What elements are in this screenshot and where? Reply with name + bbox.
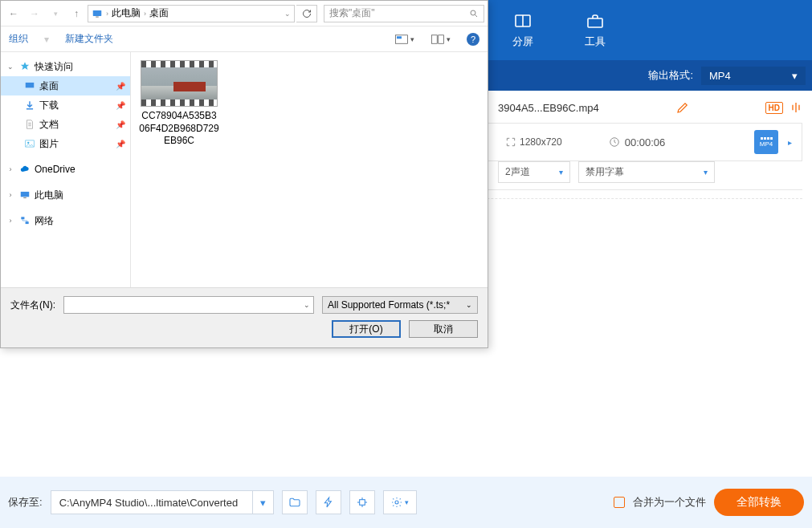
output-format-value: MP4	[709, 70, 731, 82]
monitor-icon	[92, 8, 103, 19]
open-folder-button[interactable]	[282, 490, 308, 514]
output-format-label: 输出格式:	[648, 68, 693, 83]
star-icon	[18, 60, 31, 73]
help-button[interactable]: ?	[467, 33, 479, 46]
hw-accel-button[interactable]	[316, 490, 341, 514]
monitor-icon	[18, 189, 31, 201]
address-bar[interactable]: › 此电脑 › 桌面 ⌄	[88, 5, 295, 22]
tree-pictures[interactable]: 图片 📌	[1, 134, 130, 153]
duration-value: 00:00:06	[625, 136, 666, 148]
svg-line-16	[475, 14, 478, 17]
tree-thispc[interactable]: › 此电脑	[1, 185, 130, 205]
tree-onedrive[interactable]: › OneDrive	[1, 160, 130, 179]
breadcrumb-desktop[interactable]: 桌面	[149, 6, 169, 20]
merge-label: 合并为一个文件	[633, 495, 706, 510]
open-button[interactable]: 打开(O)	[332, 320, 401, 338]
search-icon	[469, 9, 479, 18]
cloud-icon	[18, 163, 31, 176]
tree-downloads[interactable]: 下载 📌	[1, 95, 130, 115]
svg-rect-29	[21, 217, 24, 219]
svg-rect-20	[439, 35, 444, 43]
edit-name-button[interactable]	[675, 100, 690, 115]
organize-menu[interactable]: 组织	[9, 32, 28, 46]
preview-icon	[430, 34, 445, 45]
breadcrumb-sep: ›	[106, 10, 108, 18]
chevron-down-icon: ▾	[559, 168, 563, 177]
cpu-button[interactable]	[349, 490, 375, 514]
chevron-down-icon: ▾	[704, 168, 708, 177]
cpu-icon	[356, 496, 369, 509]
tree-documents[interactable]: 文档 📌	[1, 115, 130, 134]
preview-button[interactable]: ▾	[430, 34, 451, 45]
audio-select[interactable]: 2声道 ▾	[498, 161, 570, 183]
save-to-label: 保存至:	[8, 495, 43, 510]
nav-up-button[interactable]: ↑	[67, 4, 86, 23]
bolt-icon	[322, 496, 335, 509]
audio-value: 2声道	[505, 165, 530, 179]
bottom-bar: 保存至: C:\AnyMP4 Studio\...ltimate\Convert…	[0, 477, 812, 528]
network-icon	[18, 214, 31, 227]
merge-checkbox[interactable]	[614, 497, 625, 508]
gear-icon	[390, 496, 403, 509]
convert-all-button[interactable]: 全部转换	[714, 489, 804, 516]
tree-label: 桌面	[39, 79, 59, 93]
tree-quick-access[interactable]: ⌄ 快速访问	[1, 57, 130, 76]
collapse-icon[interactable]: ⌄	[6, 63, 15, 71]
save-path-box[interactable]: C:\AnyMP4 Studio\...ltimate\Converted ▾	[51, 490, 274, 514]
tree-network[interactable]: › 网络	[1, 211, 130, 230]
toolbox-icon	[586, 12, 605, 31]
chevron-down-icon[interactable]: ⌄	[284, 10, 291, 18]
file-item-name: CC78904A535B306F4D2B968D729EB96C	[139, 110, 219, 148]
file-grid[interactable]: CC78904A535B306F4D2B968D729EB96C	[131, 52, 488, 287]
file-type-filter[interactable]: All Supported Formats (*.ts;* ⌄	[322, 296, 478, 314]
svg-rect-14	[96, 16, 99, 17]
search-input[interactable]: 搜索"桌面"	[324, 5, 484, 22]
dialog-navbar: ← → ▾ ↑ › 此电脑 › 桌面 ⌄ 搜索"桌面"	[1, 1, 488, 26]
expand-icon[interactable]: ›	[6, 217, 15, 225]
svg-rect-19	[432, 35, 438, 43]
output-format-select[interactable]: MP4 ▾	[701, 67, 806, 85]
filename-input[interactable]: ⌄	[63, 296, 314, 314]
nav-back-button[interactable]: ←	[4, 4, 23, 23]
titlebar-tools[interactable]: 工具	[559, 12, 631, 49]
filter-value: All Supported Formats (*.ts;*	[328, 299, 450, 311]
expand-icon[interactable]: ›	[6, 191, 15, 199]
subtitle-select[interactable]: 禁用字幕 ▾	[578, 161, 715, 183]
tree-desktop[interactable]: 桌面 📌	[1, 76, 130, 95]
expand-icon	[505, 136, 516, 148]
nav-recent-button[interactable]: ▾	[46, 4, 65, 23]
settings-button[interactable]: ▾	[383, 490, 417, 514]
cancel-label: 取消	[434, 323, 453, 336]
chevron-right-icon[interactable]: ▸	[788, 138, 792, 147]
expand-icon[interactable]: ›	[6, 165, 15, 173]
file-open-dialog: ← → ▾ ↑ › 此电脑 › 桌面 ⌄ 搜索"桌面" 组织 ▾ 新建文件夹 ▾	[0, 0, 488, 348]
svg-rect-27	[21, 192, 30, 197]
refresh-button[interactable]	[296, 5, 317, 22]
search-placeholder: 搜索"桌面"	[329, 6, 375, 20]
view-mode-button[interactable]: ▾	[394, 34, 414, 45]
path-dropdown[interactable]: ▾	[252, 491, 273, 514]
duration-meta: 00:00:06	[609, 136, 666, 148]
titlebar-split[interactable]: 分屏	[487, 12, 559, 49]
resolution-value: 1280x720	[520, 136, 562, 148]
trim-icon[interactable]	[790, 101, 802, 114]
folder-tree[interactable]: ⌄ 快速访问 桌面 📌 下载 📌 文档 📌	[1, 52, 131, 287]
file-item[interactable]: CC78904A535B306F4D2B968D729EB96C	[139, 60, 219, 148]
chevron-down-icon[interactable]: ⌄	[304, 301, 310, 309]
svg-rect-21	[26, 83, 35, 87]
nav-forward-button[interactable]: →	[25, 4, 44, 23]
tree-label: 图片	[39, 137, 59, 151]
format-profile-label: MP4	[760, 140, 773, 148]
dialog-toolbar: 组织 ▾ 新建文件夹 ▾ ▾ ?	[1, 26, 488, 52]
breadcrumb-thispc[interactable]: 此电脑	[112, 6, 141, 20]
download-icon	[23, 99, 36, 112]
dialog-footer: 文件名(N): ⌄ All Supported Formats (*.ts;* …	[1, 287, 488, 347]
hd-badge: HD	[765, 102, 783, 114]
open-label: 打开(O)	[349, 323, 382, 336]
svg-point-12	[395, 501, 398, 504]
svg-rect-30	[26, 221, 29, 224]
split-icon	[513, 12, 532, 31]
cancel-button[interactable]: 取消	[409, 320, 478, 338]
new-folder-button[interactable]: 新建文件夹	[65, 32, 113, 46]
format-profile-button[interactable]: MP4	[754, 130, 778, 154]
